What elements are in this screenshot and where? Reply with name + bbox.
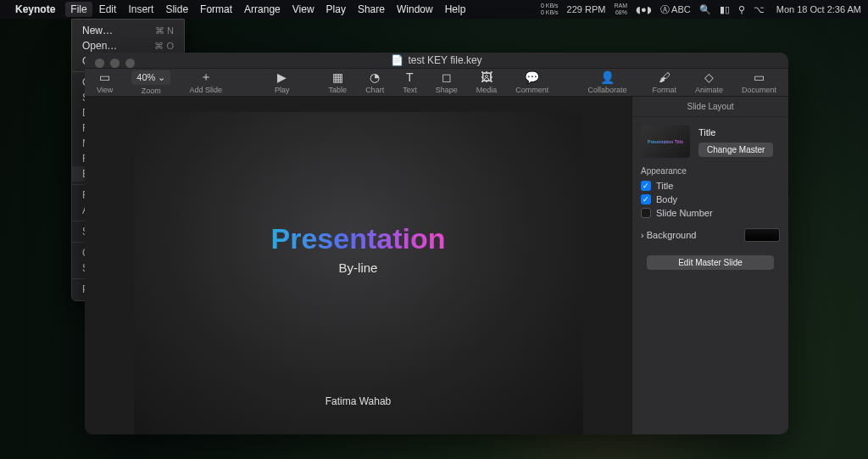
rpm-stat: 229 RPM <box>567 4 606 14</box>
menu-window[interactable]: Window <box>397 3 433 15</box>
control-center-icon[interactable]: ⌥ <box>754 4 765 15</box>
menu-share[interactable]: Share <box>358 3 385 15</box>
app-name[interactable]: Keynote <box>15 3 55 15</box>
chk-title-row[interactable]: ✓ Title <box>641 181 780 191</box>
tb-format[interactable]: 🖌Format <box>652 70 676 94</box>
menu-format[interactable]: Format <box>200 3 232 15</box>
menu-help[interactable]: Help <box>445 3 466 15</box>
spotlight-icon[interactable]: 🔍 <box>699 4 711 15</box>
tb-media[interactable]: 🖼Media <box>476 70 498 94</box>
background-label: Background <box>647 230 697 240</box>
master-name: Title <box>698 127 773 137</box>
chk-title[interactable]: ✓ <box>641 181 651 191</box>
menu-edit[interactable]: Edit <box>99 3 117 15</box>
slide-author[interactable]: Fatima Wahab <box>326 395 392 407</box>
tb-document[interactable]: ▭Document <box>742 70 776 94</box>
slide-byline[interactable]: By-line <box>339 260 378 275</box>
edit-master-button[interactable]: Edit Master Slide <box>647 255 774 270</box>
status-right: 0 KB/s0 KB/s 229 RPM RAM68% ◖●◗ Ⓐ ABC 🔍 … <box>541 3 861 16</box>
tb-add-slide[interactable]: ＋Add Slide <box>189 70 222 94</box>
menubar: Keynote File Edit Insert Slide Format Ar… <box>0 0 868 19</box>
zoom-button[interactable] <box>125 59 135 68</box>
ram-stat: RAM68% <box>614 3 627 16</box>
chk-body-row[interactable]: ✓ Body <box>641 194 780 204</box>
menu-insert[interactable]: Insert <box>128 3 153 15</box>
menu-arrange[interactable]: Arrange <box>244 3 281 15</box>
input-lang[interactable]: Ⓐ ABC <box>660 3 691 16</box>
tb-table[interactable]: ▦Table <box>329 70 348 94</box>
change-master-button[interactable]: Change Master <box>698 143 773 157</box>
tb-collaborate[interactable]: 👤Collaborate <box>587 70 626 94</box>
canvas[interactable]: Presentation By-line Fatima Wahab <box>85 97 632 434</box>
doc-icon: 📄 <box>391 54 403 66</box>
network-stat: 0 KB/s0 KB/s <box>541 3 559 16</box>
chk-body-label: Body <box>656 194 677 204</box>
background-swatch[interactable] <box>744 228 780 242</box>
slide-title[interactable]: Presentation <box>271 222 446 255</box>
minimize-button[interactable] <box>110 59 120 68</box>
battery-icon[interactable]: ▮▯ <box>720 4 730 15</box>
menu-view[interactable]: View <box>292 3 314 15</box>
menu-slide[interactable]: Slide <box>165 3 188 15</box>
tb-play[interactable]: ▶Play <box>275 70 290 94</box>
slide[interactable]: Presentation By-line Fatima Wahab <box>134 112 583 434</box>
tb-chart[interactable]: ◔Chart <box>365 70 384 94</box>
window-title: test KEY file.key <box>408 54 481 66</box>
tb-comment[interactable]: 💬Comment <box>515 70 548 94</box>
chk-slide-number-row[interactable]: Slide Number <box>641 208 780 218</box>
tb-view[interactable]: ▭View <box>97 70 113 94</box>
clock[interactable]: Mon 18 Oct 2:36 AM <box>776 4 861 14</box>
titlebar: 📄 test KEY file.key <box>85 53 788 69</box>
toggle-icon[interactable]: ◖●◗ <box>636 4 652 15</box>
window-controls <box>95 59 135 68</box>
menu-file[interactable]: File <box>65 2 92 17</box>
menu-play[interactable]: Play <box>326 3 346 15</box>
wifi-icon[interactable]: ⚲ <box>738 4 745 15</box>
close-button[interactable] <box>95 59 104 68</box>
chk-slide-number[interactable] <box>641 208 651 218</box>
inspector: Slide Layout Presentation Title Title Ch… <box>632 97 788 434</box>
master-thumb: Presentation Title <box>641 126 690 158</box>
chk-title-label: Title <box>656 181 673 191</box>
tb-zoom[interactable]: 40%⌄Zoom <box>131 70 170 95</box>
toolbar: ▭View 40%⌄Zoom ＋Add Slide ▶Play ▦Table ◔… <box>85 69 788 97</box>
tb-text[interactable]: TText <box>403 70 417 94</box>
chk-slide-number-label: Slide Number <box>656 208 713 218</box>
file-open[interactable]: Open…⌘ O <box>72 38 184 53</box>
inspector-section-title: Slide Layout <box>632 97 788 117</box>
keynote-window: 📄 test KEY file.key ▭View 40%⌄Zoom ＋Add … <box>85 53 788 434</box>
chk-body[interactable]: ✓ <box>641 194 651 204</box>
background-row[interactable]: › Background <box>641 228 780 242</box>
tb-animate[interactable]: ◇Animate <box>695 70 723 94</box>
file-new[interactable]: New…⌘ N <box>72 23 184 38</box>
appearance-label: Appearance <box>641 166 780 176</box>
tb-shape[interactable]: ◻Shape <box>436 70 458 94</box>
